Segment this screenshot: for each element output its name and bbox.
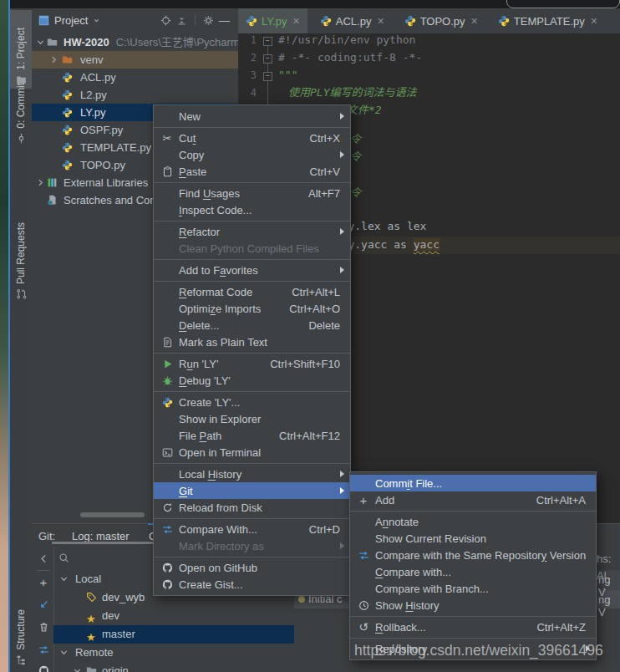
git-submenu-item-show-current-revision[interactable]: Show Current Revision [350, 530, 596, 547]
stripe-item-label: 1: Project [15, 28, 27, 70]
menu-item-shortcut: Ctrl+Alt+F12 [266, 430, 343, 442]
menu-icon-slot [159, 412, 175, 425]
stripe-item-pull-requests[interactable]: Pull Requests [10, 206, 32, 303]
search-icon[interactable] [58, 552, 69, 563]
menu-item-label: Copy [179, 149, 204, 161]
chevron-down-icon[interactable] [58, 573, 69, 584]
hide-panel-icon[interactable]: — [219, 15, 230, 26]
menu-item-delete[interactable]: Delete...Delete [154, 317, 350, 333]
menu-item-open-on-github[interactable]: Open on GitHub [154, 559, 350, 576]
close-icon[interactable]: × [591, 14, 597, 28]
toolbar-divider [37, 570, 50, 571]
compare-icon[interactable] [37, 643, 50, 656]
log-filter-fragment: hs: Al [597, 551, 620, 568]
menu-item-copy[interactable]: Copy [154, 146, 350, 163]
branch-dev[interactable]: ★dev [53, 607, 286, 625]
commit-graph-node [298, 596, 305, 603]
menu-item-compare-with[interactable]: Compare With...Ctrl+D [154, 521, 350, 537]
branch-remote[interactable]: Remote [53, 644, 286, 662]
editor-tab-template-py[interactable]: TEMPLATE.py× [490, 8, 605, 33]
menu-item-local-history[interactable]: Local History [154, 466, 350, 482]
menu-item-run-ly[interactable]: Run 'LY'Ctrl+Shift+F10 [154, 355, 350, 372]
menu-item-mark-as-plain-text[interactable]: Mark as Plain Text [154, 333, 350, 350]
menu-icon-slot [159, 203, 175, 216]
stripe-item-1-project[interactable]: 1: Project [10, 10, 32, 89]
line-number: 4 [240, 84, 257, 101]
collapse-left-icon[interactable] [37, 552, 50, 565]
branch-label: dev [102, 607, 119, 625]
code-line: #!/usr/bin/env python [278, 33, 415, 48]
chevron-right-icon[interactable] [35, 177, 46, 188]
collapse-all-icon[interactable] [176, 15, 187, 26]
menu-item-cut[interactable]: ✂CutCtrl+X [154, 130, 350, 146]
fold-marker[interactable]: − [263, 72, 272, 81]
menu-item-show-in-explorer[interactable]: Show in Explorer [154, 410, 350, 427]
close-icon[interactable]: × [471, 14, 478, 28]
menu-item-clean-python-compiled-files[interactable]: Clean Python Compiled Files [154, 240, 350, 257]
menu-item-add-to-favorites[interactable]: Add to Favorites [154, 262, 350, 278]
chevron-down-icon[interactable] [35, 37, 46, 48]
github-icon [159, 578, 175, 591]
menu-item-new[interactable]: New [154, 108, 350, 125]
menu-item-optimize-imports[interactable]: Optimize ImportsCtrl+Alt+O [154, 300, 350, 317]
git-submenu-item-compare-with[interactable]: Compare with... [350, 563, 596, 580]
menu-item-inspect-code[interactable]: Inspect Code... [154, 201, 350, 218]
git-submenu-item-commit-file[interactable]: Commit File... [350, 475, 596, 491]
pycharm-window: 1: Project0: CommitPull RequestsStructur… [0, 0, 620, 672]
locate-icon[interactable] [160, 15, 171, 26]
submenu-arrow-icon [340, 471, 344, 477]
close-icon[interactable]: × [293, 14, 300, 28]
menu-item-refactor[interactable]: Refactor [154, 223, 350, 240]
gear-icon[interactable] [203, 15, 214, 26]
menu-item-create-ly[interactable]: Create 'LY'... [154, 394, 350, 410]
tree-item-acl-py[interactable]: ACL.py [32, 69, 238, 86]
menu-item-mark-directory-as[interactable]: Mark Directory as [154, 537, 350, 554]
chevron-down-icon[interactable] [58, 647, 69, 658]
branch-master[interactable]: ★master [53, 625, 294, 644]
terminal-icon [159, 445, 175, 459]
menu-item-git[interactable]: Git [154, 482, 350, 499]
menu-item-reformat-code[interactable]: Reformat CodeCtrl+Alt+L [154, 283, 350, 300]
log-row-fragment: ng V [598, 593, 620, 619]
trash-icon[interactable] [37, 620, 50, 634]
editor-tab-acl-py[interactable]: ACL.py× [313, 8, 392, 33]
git-submenu-item-rollback[interactable]: ↺Rollback...Ctrl+Alt+Z [350, 619, 596, 635]
structure-icon [16, 654, 27, 665]
branch-origin[interactable]: origin [53, 662, 286, 672]
plus-icon[interactable]: + [37, 575, 50, 588]
menu-item-debug-ly[interactable]: Debug 'LY' [154, 372, 350, 389]
tree-item-l2-py[interactable]: L2.py [32, 86, 238, 104]
tree-item-hw-2020[interactable]: HW-2020C:\Users\王艺博\PycharmP [32, 33, 238, 51]
git-submenu-item-show-history[interactable]: Show History [350, 597, 596, 613]
fold-marker[interactable]: − [263, 37, 272, 46]
chevron-right-icon[interactable] [48, 54, 59, 65]
editor-tab-topo-py[interactable]: TOPO.py× [397, 8, 485, 33]
fold-marker[interactable]: − [263, 54, 272, 64]
tree-item-label: TEMPLATE.py [80, 139, 151, 156]
menu-item-paste[interactable]: PasteCtrl+V [154, 163, 350, 180]
menu-separator [154, 182, 350, 183]
git-submenu-item-compare-with-the-same-repository-version[interactable]: Compare with the Same Repository Version [350, 547, 596, 563]
github-icon [159, 561, 175, 574]
git-submenu-item-compare-with-branch[interactable]: Compare with Branch... [350, 580, 596, 597]
close-icon[interactable]: × [377, 14, 384, 28]
menu-item-label: Add [375, 494, 394, 507]
git-submenu-item-add[interactable]: +AddCtrl+Alt+A [350, 491, 596, 508]
git-submenu-item-annotate[interactable]: Annotate [350, 513, 596, 530]
github-icon[interactable] [37, 664, 50, 672]
menu-item-shortcut: Ctrl+Alt+O [276, 303, 343, 315]
menu-item-reload-from-disk[interactable]: Reload from Disk [154, 499, 350, 516]
stripe-item-structure[interactable]: Structure [10, 572, 32, 669]
editor-tab-ly-py[interactable]: LY.py× [238, 8, 307, 33]
horizontal-scrollbar-thumb[interactable] [80, 512, 145, 517]
menu-item-create-gist[interactable]: Create Gist... [154, 576, 350, 593]
checkout-icon[interactable] [37, 598, 50, 611]
menu-item-file-path[interactable]: File PathCtrl+Alt+F12 [154, 427, 350, 444]
tree-item-venv[interactable]: venv [32, 51, 238, 69]
chevron-down-icon[interactable] [93, 15, 100, 26]
menu-item-find-usages[interactable]: Find UsagesAlt+F7 [154, 185, 350, 201]
folder-icon [86, 665, 97, 672]
stripe-item-0-commit[interactable]: 0: Commit [10, 90, 32, 147]
menu-item-open-in-terminal[interactable]: Open in Terminal [154, 444, 350, 461]
chevron-down-icon[interactable] [72, 665, 83, 672]
